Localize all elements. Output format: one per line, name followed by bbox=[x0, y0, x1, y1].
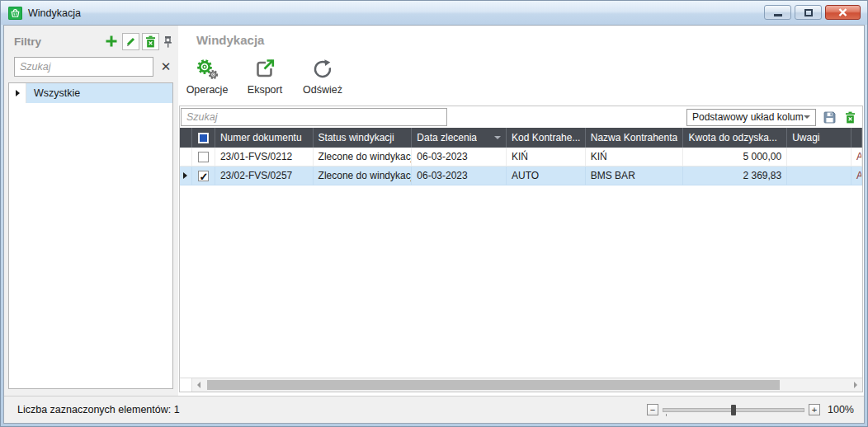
maximize-button[interactable] bbox=[795, 5, 822, 20]
cell-numer: 23/02-FVS/0257 bbox=[215, 167, 314, 185]
main-toolbar: Operacje Eksport bbox=[182, 54, 348, 99]
window-content: Filtry bbox=[3, 25, 865, 424]
plus-icon bbox=[105, 35, 118, 48]
scrollbar-track[interactable] bbox=[205, 378, 849, 392]
export-button[interactable]: Eksport bbox=[239, 54, 290, 99]
expander-icon bbox=[16, 90, 20, 96]
select-all-checkbox[interactable] bbox=[192, 128, 215, 148]
refresh-icon bbox=[312, 57, 333, 82]
column-header-kod-kontrahenta[interactable]: Kod Kontrahe... bbox=[507, 128, 586, 148]
maximize-icon bbox=[804, 9, 813, 16]
save-icon bbox=[823, 111, 836, 124]
chevron-down-icon bbox=[804, 115, 810, 119]
app-window: Windykacja Filtry bbox=[0, 0, 868, 427]
row-checkbox[interactable] bbox=[192, 148, 215, 167]
column-label: Uwagi bbox=[792, 129, 819, 148]
edit-filter-button[interactable] bbox=[122, 33, 139, 50]
table-row-selected[interactable]: 23/02-FVS/0257 Zlecone do windykacj 06-0… bbox=[180, 167, 862, 185]
column-header-numer-dokumentu[interactable]: Numer dokumentu bbox=[215, 128, 314, 148]
column-label: Numer dokumentu bbox=[220, 129, 302, 148]
cell-kod: KIŃ bbox=[507, 148, 586, 167]
column-header-uwagi[interactable]: Uwagi bbox=[787, 128, 851, 148]
delete-filter-button[interactable] bbox=[142, 33, 159, 50]
cell-kwota: 5 000,00 bbox=[683, 148, 787, 167]
window-title: Windykacja bbox=[28, 7, 81, 19]
save-layout-button[interactable] bbox=[822, 110, 837, 124]
column-header-u[interactable]: U bbox=[851, 128, 862, 148]
add-filter-button[interactable] bbox=[102, 33, 120, 50]
filters-toolbar bbox=[102, 33, 173, 50]
row-indicator-cell bbox=[180, 167, 192, 185]
grid-toolbar: Podstawowy układ kolumn bbox=[180, 106, 862, 128]
pencil-icon bbox=[125, 35, 137, 47]
cell-uwagi bbox=[787, 167, 851, 185]
tree-item-wszystkie[interactable]: Wszystkie bbox=[9, 83, 172, 103]
title-bar: Windykacja bbox=[1, 1, 867, 25]
status-bar: Liczba zaznaczonych elementów: 1 − + 100… bbox=[4, 396, 864, 423]
horizontal-scrollbar[interactable] bbox=[180, 378, 862, 392]
checkbox-unchecked-icon bbox=[198, 152, 209, 162]
operations-button[interactable]: Operacje bbox=[182, 54, 233, 99]
column-label: Kwota do odzyska... bbox=[688, 129, 776, 148]
minimize-button[interactable] bbox=[764, 5, 791, 20]
cell-status: Zlecone do windykacj bbox=[314, 167, 413, 185]
column-header-status-windykacji[interactable]: Status windykacji bbox=[314, 128, 413, 148]
main-area: Windykacja bbox=[178, 26, 864, 396]
sort-desc-icon bbox=[494, 136, 501, 139]
row-checkbox[interactable] bbox=[192, 167, 215, 185]
current-row-icon bbox=[183, 172, 187, 179]
refresh-button[interactable]: Odśwież bbox=[297, 54, 348, 99]
operations-label: Operacje bbox=[186, 84, 229, 96]
filters-search: ✕ bbox=[14, 57, 173, 77]
checkbox-checked-icon bbox=[198, 171, 209, 181]
scroll-right-button[interactable] bbox=[849, 378, 862, 392]
minimize-icon bbox=[774, 14, 782, 16]
cell-uwagi bbox=[787, 148, 851, 167]
column-layout-value: Podstawowy układ kolumn bbox=[692, 111, 804, 123]
cell-kwota: 2 369,83 bbox=[683, 167, 787, 185]
table-row[interactable]: 23/01-FVS/0212 Zlecone do windykacj 06-0… bbox=[180, 148, 862, 167]
filters-panel-header: Filtry bbox=[14, 31, 173, 51]
zoom-in-button[interactable]: + bbox=[809, 404, 820, 415]
cell-status: Zlecone do windykacj bbox=[314, 148, 413, 167]
cell-data-zlecenia: 06-03-2023 bbox=[412, 148, 507, 167]
expander-cell[interactable] bbox=[9, 83, 26, 103]
cell-nazwa: KIŃ bbox=[586, 148, 684, 167]
data-grid: Podstawowy układ kolumn bbox=[179, 106, 863, 392]
close-button[interactable] bbox=[825, 5, 861, 20]
export-label: Eksport bbox=[248, 84, 282, 96]
zoom-out-button[interactable]: − bbox=[647, 404, 658, 415]
export-icon bbox=[254, 57, 276, 82]
cell-data-zlecenia: 06-03-2023 bbox=[412, 167, 507, 185]
zoom-slider-thumb[interactable] bbox=[731, 405, 736, 415]
cell-kod: AUTO bbox=[507, 167, 586, 185]
filters-search-input[interactable] bbox=[14, 57, 153, 77]
column-header-data-zlecenia[interactable]: Data zlecenia bbox=[412, 128, 507, 148]
trash-x-icon bbox=[145, 35, 156, 48]
scroll-left-button[interactable] bbox=[192, 378, 205, 392]
tree-item-label: Wszystkie bbox=[26, 83, 80, 103]
cell-u: A bbox=[851, 148, 862, 167]
pin-icon bbox=[163, 35, 172, 48]
gears-icon bbox=[195, 57, 219, 82]
scrollbar-corner bbox=[180, 378, 192, 392]
table-header: Numer dokumentu Status windykacji Data z… bbox=[180, 128, 862, 148]
arrow-right-icon bbox=[854, 382, 857, 388]
column-layout-select[interactable]: Podstawowy układ kolumn bbox=[686, 109, 816, 126]
table-body: 23/01-FVS/0212 Zlecone do windykacj 06-0… bbox=[180, 148, 862, 378]
column-header-kwota-do-odzyskania[interactable]: Kwota do odzyska... bbox=[683, 128, 787, 148]
column-header-nazwa-kontrahenta[interactable]: Nazwa Kontrahenta bbox=[586, 128, 684, 148]
column-label: Data zlecenia bbox=[417, 129, 477, 148]
delete-layout-button[interactable] bbox=[842, 110, 857, 124]
zoom-slider[interactable] bbox=[663, 408, 804, 412]
refresh-label: Odśwież bbox=[303, 84, 342, 96]
page-title: Windykacja bbox=[196, 33, 264, 47]
cell-numer: 23/01-FVS/0212 bbox=[215, 148, 314, 167]
pin-panel-button[interactable] bbox=[162, 33, 173, 50]
grid-search-input[interactable] bbox=[181, 108, 447, 126]
selected-count: Liczba zaznaczonych elementów: 1 bbox=[17, 404, 180, 415]
scrollbar-thumb[interactable] bbox=[207, 380, 780, 390]
filters-panel: Filtry bbox=[4, 26, 178, 396]
layout-controls: Podstawowy układ kolumn bbox=[686, 109, 862, 126]
clear-search-button[interactable]: ✕ bbox=[158, 58, 173, 76]
